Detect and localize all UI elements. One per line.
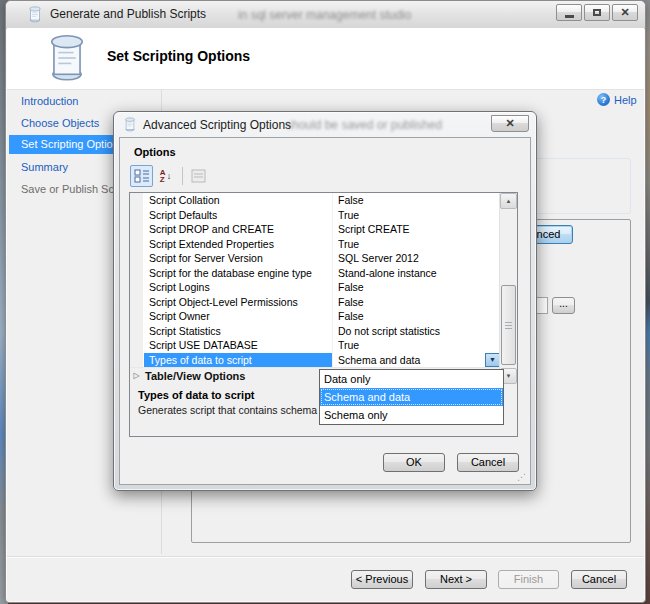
property-value[interactable]: False	[338, 194, 364, 206]
background-watermark-text: in sql server management studio	[238, 8, 468, 22]
browse-button[interactable]: ...	[552, 297, 575, 314]
property-name[interactable]: Script Logins	[144, 280, 333, 295]
page-title: Set Scripting Options	[107, 48, 250, 64]
row-margin	[130, 208, 144, 223]
property-value-cell[interactable]: False	[333, 309, 500, 324]
property-value-cell[interactable]: Do not script statistics	[333, 324, 500, 339]
property-row[interactable]: Script Extended PropertiesTrue	[130, 237, 500, 252]
property-value[interactable]: Schema and data	[338, 354, 420, 366]
dropdown-option-schema-only[interactable]: Schema only	[320, 406, 503, 424]
sidebar-step-introduction[interactable]: Introduction	[9, 92, 161, 111]
scroll-down-icon: ▼	[506, 373, 512, 379]
dialog-cancel-button[interactable]: Cancel	[457, 453, 519, 472]
help-link[interactable]: ? Help	[597, 93, 637, 106]
property-name[interactable]: Script Object-Level Permissions	[144, 295, 333, 310]
property-row[interactable]: Script USE DATABASETrue	[130, 338, 500, 353]
property-value-cell[interactable]: True	[333, 208, 500, 223]
property-name[interactable]: Script Statistics	[144, 324, 333, 339]
property-row[interactable]: Script CollationFalse	[130, 193, 500, 208]
property-row[interactable]: Script StatisticsDo not script statistic…	[130, 324, 500, 339]
close-icon: ✕	[505, 118, 514, 129]
row-margin	[130, 222, 144, 237]
close-button[interactable]: ✕	[612, 4, 638, 21]
row-margin	[130, 324, 144, 339]
dialog-title: Advanced Scripting Options	[143, 118, 291, 132]
property-row[interactable]: Script DefaultsTrue	[130, 208, 500, 223]
sort-az-icon: AZ ↓	[160, 169, 171, 183]
window-title: Generate and Publish Scripts	[50, 7, 206, 21]
row-margin	[130, 266, 144, 281]
row-margin	[130, 338, 144, 353]
property-row[interactable]: Script Object-Level PermissionsFalse	[130, 295, 500, 310]
property-row[interactable]: Script for Server VersionSQL Server 2012	[130, 251, 500, 266]
property-value[interactable]: False	[338, 281, 364, 293]
dialog-close-button[interactable]: ✕	[491, 115, 529, 132]
property-value-cell[interactable]: Script CREATE	[333, 222, 500, 237]
expand-arrow-icon[interactable]: ▷	[130, 368, 143, 384]
property-row[interactable]: Script for the database engine typeStand…	[130, 266, 500, 281]
wizard-cancel-button[interactable]: Cancel	[571, 570, 627, 589]
property-name[interactable]: Script for the database engine type	[144, 266, 333, 281]
property-value-cell[interactable]: Stand-alone instance	[333, 266, 500, 281]
property-value-cell[interactable]: False	[333, 280, 500, 295]
scrollbar-thumb[interactable]	[501, 285, 516, 365]
property-name[interactable]: Script USE DATABASE	[144, 338, 333, 353]
advanced-scripting-options-dialog: Advanced Scripting Options should be sav…	[113, 111, 537, 491]
property-value[interactable]: SQL Server 2012	[338, 252, 419, 264]
property-value[interactable]: True	[338, 209, 359, 221]
grid-scrollbar[interactable]: ▲ ▼	[499, 193, 517, 384]
dropdown-option-schema-and-data[interactable]: Schema and data	[320, 388, 503, 406]
finish-button: Finish	[498, 570, 559, 589]
alphabetical-sort-button[interactable]: AZ ↓	[154, 165, 177, 187]
help-label: Help	[614, 94, 637, 106]
property-pages-icon	[191, 168, 207, 184]
property-row[interactable]: Script OwnerFalse	[130, 309, 500, 324]
scroll-up-button[interactable]: ▲	[500, 193, 517, 209]
property-value-cell[interactable]: True	[333, 338, 500, 353]
property-value[interactable]: False	[338, 296, 364, 308]
property-value-cell[interactable]: Schema and data▼	[333, 353, 500, 368]
caption-buttons: ✕	[556, 4, 638, 21]
maximize-icon	[593, 9, 601, 16]
property-name[interactable]: Script Defaults	[144, 208, 333, 223]
property-value-cell[interactable]: False	[333, 193, 500, 208]
property-name[interactable]: Types of data to script	[144, 353, 333, 368]
property-row[interactable]: Types of data to scriptSchema and data▼	[130, 353, 500, 368]
help-icon: ?	[597, 93, 610, 106]
property-name[interactable]: Script Owner	[144, 309, 333, 324]
dialog-scroll-icon	[123, 117, 137, 132]
background-watermark-text-2: should be saved or published	[286, 118, 481, 132]
row-margin	[130, 295, 144, 310]
property-value[interactable]: Script CREATE	[338, 223, 410, 235]
dropdown-option-data-only[interactable]: Data only	[320, 370, 503, 388]
next-button[interactable]: Next >	[425, 570, 487, 589]
property-row[interactable]: Script LoginsFalse	[130, 280, 500, 295]
property-value[interactable]: Do not script statistics	[338, 325, 440, 337]
row-margin	[130, 309, 144, 324]
types-of-data-dropdown-list: Data onlySchema and dataSchema only	[319, 369, 504, 425]
property-value[interactable]: False	[338, 310, 364, 322]
property-value[interactable]: Stand-alone instance	[338, 267, 437, 279]
maximize-button[interactable]	[584, 4, 610, 21]
window-titlebar[interactable]: Generate and Publish Scripts in sql serv…	[6, 1, 645, 29]
previous-button[interactable]: < Previous	[351, 570, 413, 589]
property-value-cell[interactable]: SQL Server 2012	[333, 251, 500, 266]
property-name[interactable]: Script Collation	[144, 193, 333, 208]
ok-button[interactable]: OK	[383, 453, 445, 472]
combo-dropdown-button[interactable]: ▼	[485, 353, 500, 368]
categorized-icon	[134, 168, 150, 184]
property-value[interactable]: True	[338, 238, 359, 250]
property-value-cell[interactable]: False	[333, 295, 500, 310]
close-icon: ✕	[620, 7, 629, 18]
property-name[interactable]: Script Extended Properties	[144, 237, 333, 252]
property-name[interactable]: Script DROP and CREATE	[144, 222, 333, 237]
toolbar-separator	[182, 167, 183, 185]
property-value-cell[interactable]: True	[333, 237, 500, 252]
property-value[interactable]: True	[338, 339, 359, 351]
resize-grip-icon[interactable]: ⋰	[517, 473, 526, 482]
minimize-button[interactable]	[556, 4, 582, 21]
property-row[interactable]: Script DROP and CREATEScript CREATE	[130, 222, 500, 237]
categorized-view-button[interactable]	[130, 165, 153, 187]
property-name[interactable]: Script for Server Version	[144, 251, 333, 266]
scroll-icon	[45, 33, 89, 83]
